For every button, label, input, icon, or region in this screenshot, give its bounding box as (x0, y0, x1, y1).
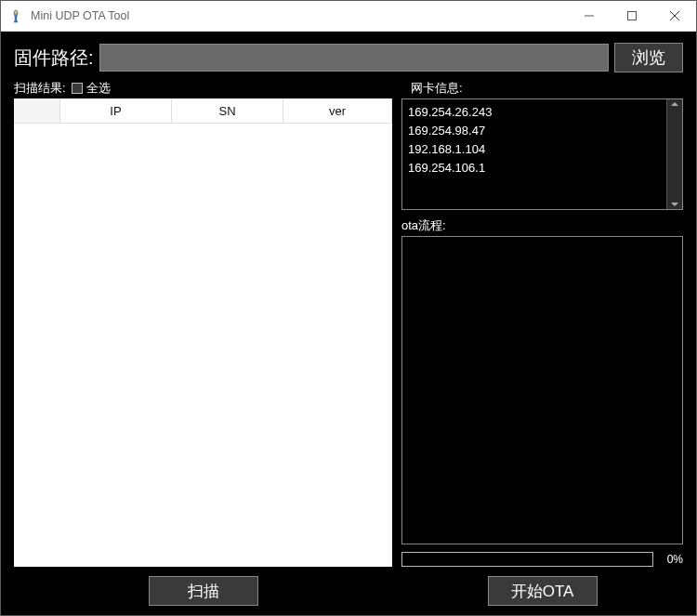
ota-log-box[interactable] (401, 236, 683, 544)
header-checkbox-col (14, 98, 60, 123)
scroll-down-icon[interactable] (671, 203, 678, 206)
browse-button[interactable]: 浏览 (614, 43, 683, 72)
labels-row: 扫描结果: 全选 网卡信息: (14, 80, 683, 97)
firmware-path-input[interactable] (99, 44, 609, 72)
netcard-scrollbar[interactable] (666, 99, 682, 209)
right-column: 169.254.26.243 169.254.98.47 192.168.1.1… (401, 98, 683, 567)
client-area: 固件路径: 浏览 扫描结果: 全选 网卡信息: IP SN ver (1, 32, 696, 615)
header-ver[interactable]: ver (283, 98, 392, 123)
progress-row: 0% (401, 552, 683, 567)
scan-table: IP SN ver (14, 98, 392, 567)
scan-table-body[interactable] (14, 124, 392, 567)
titlebar: Mini UDP OTA Tool (1, 1, 696, 32)
ota-process-label: ota流程: (401, 217, 683, 234)
list-item[interactable]: 192.168.1.104 (408, 140, 663, 159)
progress-value: 0% (661, 553, 683, 566)
scan-result-label: 扫描结果: (14, 80, 66, 97)
select-all-checkbox[interactable] (72, 83, 83, 94)
svg-point-0 (15, 11, 18, 15)
start-ota-button[interactable]: 开始OTA (488, 576, 598, 606)
app-icon (8, 8, 23, 23)
maximize-button[interactable] (611, 1, 653, 31)
app-window: Mini UDP OTA Tool 固件路径: 浏览 扫描结果: 全选 (0, 0, 697, 616)
main-row: IP SN ver 169.254.26.243 169.254.98.47 1… (14, 98, 683, 567)
window-controls (568, 1, 696, 31)
netcard-listbox[interactable]: 169.254.26.243 169.254.98.47 192.168.1.1… (401, 98, 683, 210)
firmware-path-label: 固件路径: (14, 46, 94, 71)
select-all-label: 全选 (86, 80, 111, 97)
progress-bar (401, 552, 653, 567)
bottom-row: 扫描 开始OTA (14, 576, 683, 606)
list-item[interactable]: 169.254.106.1 (408, 159, 663, 177)
netcard-label: 网卡信息: (411, 80, 683, 97)
svg-rect-2 (628, 12, 637, 20)
firmware-path-row: 固件路径: 浏览 (14, 43, 683, 72)
list-item[interactable]: 169.254.98.47 (408, 122, 663, 140)
scroll-up-icon[interactable] (671, 102, 678, 106)
list-item[interactable]: 169.254.26.243 (408, 103, 663, 122)
header-ip[interactable]: IP (60, 98, 172, 123)
window-title: Mini UDP OTA Tool (31, 9, 568, 22)
close-button[interactable] (653, 1, 696, 31)
minimize-button[interactable] (568, 1, 611, 31)
netcard-items: 169.254.26.243 169.254.98.47 192.168.1.1… (408, 103, 663, 205)
scan-table-header: IP SN ver (14, 98, 392, 124)
header-sn[interactable]: SN (172, 98, 283, 123)
scan-button[interactable]: 扫描 (149, 576, 258, 606)
